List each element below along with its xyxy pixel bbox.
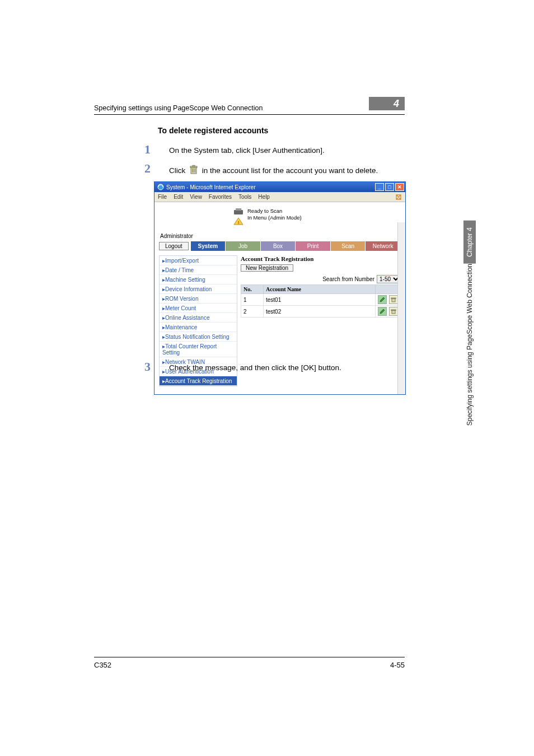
tab-job[interactable]: Job [226,241,261,251]
menu-favorites[interactable]: Favorites [209,194,232,200]
search-label: Search from Number [322,276,374,282]
tab-network[interactable]: Network [366,241,401,251]
menu-bar: File Edit View Favorites Tools Help [154,192,405,202]
tab-row: Logout System Job Box Print Scan Network [159,241,401,251]
tab-system[interactable]: System [191,241,226,251]
search-line: Search from Number 1-50 [241,275,401,283]
svg-rect-13 [391,298,396,299]
sidebar-item-machine-setting[interactable]: ▸Machine Setting [160,275,237,284]
window-title: System - Microsoft Internet Explorer [166,184,256,190]
footer-page: 4-55 [390,661,405,669]
ie-icon [157,184,164,190]
side-column: Chapter 4 Specifying settings using Page… [463,221,476,433]
step-3: 3 Check the message, and then click the … [147,363,401,373]
step-2-pre: Click [169,166,188,175]
sidebar-item-date-time[interactable]: ▸Date / Time [160,265,237,275]
new-registration-button[interactable]: New Registration [241,264,293,272]
svg-text:!: ! [238,220,240,225]
table-row: 1 test01 [241,294,401,306]
tab-scan[interactable]: Scan [331,241,366,251]
close-button[interactable]: ✕ [395,183,404,191]
sidebar-item-total-counter-report[interactable]: ▸Total Counter Report Setting [160,342,237,357]
delete-icon[interactable] [389,295,398,304]
menu-tools[interactable]: Tools [238,194,251,200]
svg-rect-9 [236,208,241,211]
step-number-1: 1 [144,142,151,157]
window-controls: _ □ ✕ [375,183,404,191]
status-line-1: Ready to Scan [247,208,302,214]
edit-icon[interactable] [378,307,387,316]
step-2: 2 Click in the account list for the acco… [147,165,401,178]
svg-rect-2 [193,165,195,166]
section-heading: To delete registered accounts [158,126,268,135]
side-chapter-label: Chapter 4 [463,221,476,264]
step-2-text: Click in the account list for the accoun… [147,165,401,178]
role-label: Administrator [160,233,401,239]
minimize-button[interactable]: _ [375,183,384,191]
status-area: ! Ready to Scan In Menu (Admin Mode) [233,208,401,225]
chapter-tab: 4 [369,97,405,110]
running-head-text: Specifying settings using PageScope Web … [94,104,263,112]
cell-no-2: 2 [241,306,264,318]
step-3-text: Check the message, and then click the [O… [147,363,401,373]
account-table: No. Account Name 1 test01 [241,284,401,318]
sidebar-item-device-info[interactable]: ▸Device Information [160,284,237,294]
col-account-name: Account Name [264,285,376,294]
tab-print[interactable]: Print [296,241,331,251]
table-row: 2 test02 [241,306,401,318]
running-header: Specifying settings using PageScope Web … [94,104,405,115]
logout-button[interactable]: Logout [159,242,189,250]
maximize-button[interactable]: □ [385,183,394,191]
cell-name-1: test01 [264,294,376,306]
menu-edit[interactable]: Edit [174,194,183,200]
sidebar-item-online-assistance[interactable]: ▸Online Assistance [160,313,237,323]
tab-box[interactable]: Box [261,241,296,251]
step-number-2: 2 [144,161,151,176]
step-1: 1 On the System tab, click [User Authent… [147,146,401,156]
delete-icon[interactable] [389,307,398,316]
title-bar: System - Microsoft Internet Explorer _ □… [154,182,405,192]
sidebar-item-meter-count[interactable]: ▸Meter Count [160,304,237,313]
step-number-3: 3 [144,360,151,374]
sidebar-item-maintenance[interactable]: ▸Maintenance [160,323,237,332]
cell-name-2: test02 [264,306,376,318]
step-2-post: in the account list for the account you … [202,166,378,175]
trash-icon [189,165,198,178]
pane-title: Account Track Registration [241,255,401,262]
warning-icon: ! [233,217,244,225]
svg-rect-8 [234,210,243,214]
menu-help[interactable]: Help [258,194,270,200]
ie-logo-icon [394,193,403,202]
col-no: No. [241,285,264,294]
sidebar-item-status-notification[interactable]: ▸Status Notification Setting [160,332,237,342]
sidebar-item-rom-version[interactable]: ▸ROM Version [160,294,237,304]
sidebar-item-import-export[interactable]: ▸Import/Export [160,256,237,265]
side-caption-label: Specifying settings using PageScope Web … [463,264,476,433]
edit-icon[interactable] [378,295,387,304]
svg-rect-15 [391,310,396,311]
col-actions [376,285,401,294]
sidebar-item-account-track[interactable]: ▸Account Track Registration [160,376,237,386]
step-1-text: On the System tab, click [User Authentic… [147,146,401,156]
cell-no-1: 1 [241,294,264,306]
chapter-number: 4 [394,98,399,110]
menu-file[interactable]: File [158,194,167,200]
page-footer: C352 4-55 [94,657,405,669]
footer-model: C352 [94,661,111,669]
status-line-2: In Menu (Admin Mode) [247,214,302,221]
menu-view[interactable]: View [190,194,202,200]
printer-icon [233,208,244,216]
